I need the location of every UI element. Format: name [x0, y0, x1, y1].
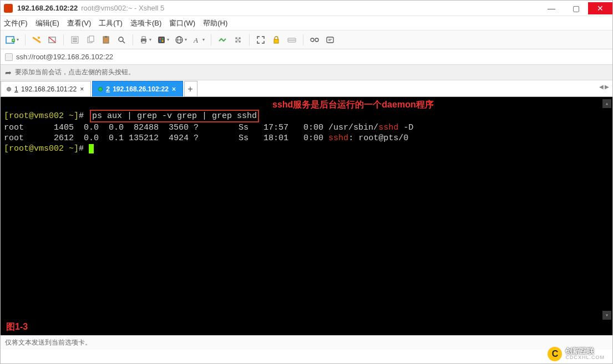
menu-window[interactable]: 窗口(W) [169, 18, 195, 28]
terminal-command-highlight: ps aux | grep -v grep | grep sshd [90, 110, 259, 122]
encoding-button[interactable]: ▾ [173, 33, 189, 47]
terminal-prompt: [root@vms002 ~] [4, 111, 79, 121]
minimize-button[interactable]: — [539, 2, 564, 14]
color-scheme-button[interactable]: ▾ [155, 33, 171, 47]
terminal-match-sshd: sshd [328, 134, 348, 143]
addressbar[interactable]: ssh://root@192.168.26.102:22 [1, 49, 612, 65]
svg-line-15 [123, 41, 125, 43]
svg-rect-19 [158, 37, 165, 43]
status-dot-idle [7, 87, 11, 91]
terminal-output-line: : root@pts/0 [348, 134, 408, 143]
chevron-right-icon[interactable]: ▶ [605, 84, 609, 90]
scroll-up-icon[interactable]: ▴ [602, 99, 611, 108]
arrow-icon[interactable]: ➦ [5, 68, 12, 77]
menu-file[interactable]: 文件(F) [4, 18, 28, 28]
new-tab-button[interactable]: + [184, 81, 197, 96]
menu-help[interactable]: 帮助(H) [203, 18, 227, 28]
terminal-cursor [89, 144, 94, 153]
tab-session-1[interactable]: 1 192.168.26.101:22 × [1, 81, 91, 96]
window-controls: — ▢ ✕ [539, 2, 612, 14]
terminal-prompt: [root@vms002 ~] [4, 144, 79, 153]
find-button[interactable] [115, 33, 128, 47]
hint-text: 要添加当前会话，点击左侧的箭头按钮。 [15, 68, 135, 77]
chevron-down-icon: ▾ [167, 37, 169, 42]
svg-line-5 [49, 37, 55, 43]
tab-number: 2 [106, 85, 110, 93]
maximize-button[interactable]: ▢ [564, 2, 588, 14]
sessions-button[interactable] [231, 33, 245, 47]
font-button[interactable]: A ▾ [191, 33, 206, 47]
svg-rect-18 [142, 41, 145, 43]
svg-point-21 [162, 38, 164, 39]
chevron-down-icon: ▾ [202, 37, 205, 42]
toolbar-separator [63, 34, 64, 45]
svg-point-14 [119, 37, 123, 42]
titlebar: 192.168.26.102:22 root@vms002:~ - Xshell… [1, 1, 612, 16]
xftp-button[interactable] [216, 33, 229, 47]
hintbar: ➦ 要添加当前会话，点击左侧的箭头按钮。 [1, 65, 612, 80]
toolbar-separator [211, 34, 211, 45]
toolbar-separator [25, 34, 26, 45]
tab-number: 1 [14, 85, 18, 93]
toolbar-separator [249, 34, 250, 45]
help-button[interactable] [308, 33, 321, 47]
watermark: C 创新互联 CDCXHL.COM [548, 347, 605, 361]
close-button[interactable]: ✕ [588, 2, 612, 14]
svg-point-43 [315, 38, 318, 42]
scroll-down-icon[interactable]: ▾ [602, 311, 611, 320]
copy-button[interactable] [84, 33, 97, 47]
watermark-logo: C [548, 347, 562, 361]
watermark-en: CDCXHL.COM [565, 355, 605, 361]
watermark-cn: 创新互联 [565, 347, 605, 355]
svg-rect-11 [89, 36, 94, 42]
properties-button[interactable] [68, 33, 82, 47]
terminal-annotation: sshd服务是后台运行的一个daemon程序 [272, 99, 434, 110]
open-session-button[interactable]: + ▾ [4, 33, 21, 47]
statusbar-text: 仅将文本发送到当前选项卡。 [5, 338, 92, 347]
svg-point-22 [160, 40, 161, 42]
tab-label: 192.168.26.101:22 [21, 85, 77, 93]
fullscreen-button[interactable] [254, 33, 267, 47]
toolbar-separator [133, 34, 133, 45]
app-icon [4, 4, 13, 13]
toolbar: + ▾ ▾ ▾ ▾ A ▾ [1, 30, 612, 49]
svg-rect-13 [105, 36, 107, 38]
chevron-left-icon[interactable]: ◀ [599, 84, 604, 90]
reconnect-button[interactable] [30, 33, 43, 47]
tab-close-icon[interactable]: × [80, 85, 84, 93]
menubar: 文件(F) 编辑(E) 查看(V) 工具(T) 选项卡(B) 窗口(W) 帮助(… [1, 16, 612, 30]
svg-text:+: + [12, 38, 15, 43]
terminal-output-line: root 2612 0.0 0.1 135212 4924 ? Ss 18:01… [4, 134, 328, 143]
tab-session-2[interactable]: 2 192.168.26.102:22 × [92, 81, 183, 96]
menu-tabs[interactable]: 选项卡(B) [130, 18, 161, 28]
window-title-sub: root@vms002:~ - Xshell 5 [81, 4, 164, 12]
menu-view[interactable]: 查看(V) [67, 18, 91, 28]
print-button[interactable]: ▾ [138, 33, 153, 47]
svg-rect-17 [142, 37, 145, 39]
svg-point-20 [160, 38, 161, 39]
svg-point-3 [38, 37, 40, 39]
disconnect-button[interactable] [45, 33, 59, 47]
tabstrip: 1 192.168.26.101:22 × 2 192.168.26.102:2… [1, 80, 612, 97]
keyboard-button[interactable] [285, 33, 298, 47]
figure-label: 图1-3 [6, 321, 28, 332]
tab-label: 192.168.26.102:22 [113, 85, 169, 93]
status-dot-connected [98, 87, 103, 91]
terminal-scrollbar[interactable]: ▴ ▾ [602, 99, 611, 320]
svg-rect-34 [274, 39, 278, 43]
svg-point-42 [311, 38, 314, 42]
svg-point-23 [162, 40, 164, 42]
terminal-hash: # [79, 144, 84, 153]
chevron-down-icon: ▾ [17, 37, 19, 42]
address-text: ssh://root@192.168.26.102:22 [16, 53, 113, 61]
menu-tools[interactable]: 工具(T) [99, 18, 123, 28]
tab-close-icon[interactable]: × [172, 85, 176, 93]
window-title-main: 192.168.26.102:22 [17, 4, 78, 12]
terminal-output-line: -D [398, 123, 413, 132]
compose-button[interactable] [323, 33, 337, 47]
svg-text:A: A [193, 36, 198, 44]
menu-edit[interactable]: 编辑(E) [36, 18, 59, 28]
paste-button[interactable] [99, 33, 113, 47]
lock-button[interactable] [270, 33, 283, 47]
terminal[interactable]: [root@vms002 ~]# ps aux | grep -v grep |… [1, 97, 612, 335]
